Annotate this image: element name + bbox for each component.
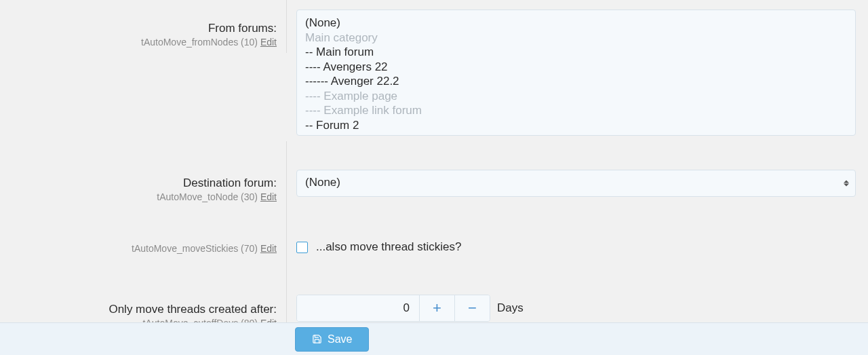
perm-key-from-forums: tAutoMove_fromNodes (10) <box>141 37 260 48</box>
form-body: From forums: tAutoMove_fromNodes (10) Ed… <box>0 0 868 322</box>
from-forums-option-6: ---- Example link forum <box>305 103 847 118</box>
destination-select-wrap: (None) <box>296 170 856 197</box>
sublabel-from-forums: tAutoMove_fromNodes (10) Edit <box>0 37 277 48</box>
from-forums-listbox[interactable]: (None)Main category-- Main forum---- Ave… <box>296 10 856 136</box>
label-from-forums: From forums: <box>0 22 277 35</box>
sublabel-destination: tAutoMove_toNode (30) Edit <box>0 191 277 202</box>
cutoff-days-stepper: + − <box>296 295 490 322</box>
edit-link-destination[interactable]: Edit <box>260 191 277 202</box>
cutoff-increment-button[interactable]: + <box>419 295 454 321</box>
label-destination-forum: Destination forum: <box>0 176 277 190</box>
content-from-forums: (None)Main category-- Main forum---- Ave… <box>287 0 868 141</box>
destination-forum-select[interactable]: (None) <box>296 170 856 197</box>
row-cutoff-days: Only move threads created after: tAutoMo… <box>0 259 868 322</box>
edit-link-from-forums[interactable]: Edit <box>260 37 277 48</box>
sublabel-cutoff: tAutoMove_cutoffDays (80) Edit <box>0 318 277 322</box>
edit-link-stickies[interactable]: Edit <box>260 243 277 254</box>
label-col-from-forums: From forums: tAutoMove_fromNodes (10) Ed… <box>0 0 287 53</box>
from-forums-option-3[interactable]: ---- Avengers 22 <box>305 60 847 75</box>
perm-key-destination: tAutoMove_toNode (30) <box>157 191 260 202</box>
label-col-cutoff: Only move threads created after: tAutoMo… <box>0 259 287 322</box>
label-col-stickies: tAutoMove_moveStickies (70) Edit <box>0 208 287 259</box>
move-stickies-checkbox[interactable] <box>296 242 308 253</box>
perm-key-cutoff: tAutoMove_cutoffDays (80) <box>143 318 260 322</box>
save-button[interactable]: Save <box>295 327 369 352</box>
cutoff-stepper-row: + − Days <box>296 295 856 322</box>
cutoff-days-input[interactable] <box>297 295 419 321</box>
content-cutoff: + − Days Set to 0 to disable automatical… <box>287 259 868 322</box>
from-forums-option-0[interactable]: (None) <box>305 16 847 31</box>
row-from-forums: From forums: tAutoMove_fromNodes (10) Ed… <box>0 0 868 141</box>
from-forums-option-1: Main category <box>305 31 847 45</box>
content-stickies: ...also move thread stickies? <box>287 208 868 259</box>
label-cutoff-days: Only move threads created after: <box>0 303 277 316</box>
edit-link-cutoff[interactable]: Edit <box>260 318 277 322</box>
content-destination: (None) <box>287 141 868 202</box>
automove-settings-form: From forums: tAutoMove_fromNodes (10) Ed… <box>0 0 868 355</box>
save-icon <box>312 334 322 344</box>
row-destination-forum: Destination forum: tAutoMove_toNode (30)… <box>0 141 868 208</box>
cutoff-decrement-button[interactable]: − <box>454 295 490 321</box>
label-col-destination: Destination forum: tAutoMove_toNode (30)… <box>0 141 287 208</box>
row-move-stickies: tAutoMove_moveStickies (70) Edit ...also… <box>0 208 868 259</box>
from-forums-option-5: ---- Example page <box>305 89 847 104</box>
form-footer: Save <box>0 322 868 355</box>
from-forums-option-7[interactable]: -- Forum 2 <box>305 118 847 133</box>
from-forums-option-2[interactable]: -- Main forum <box>305 45 847 60</box>
cutoff-unit-label: Days <box>497 301 524 315</box>
from-forums-option-4[interactable]: ------ Avenger 22.2 <box>305 74 847 89</box>
move-stickies-label[interactable]: ...also move thread stickies? <box>316 240 461 254</box>
perm-key-stickies: tAutoMove_moveStickies (70) <box>132 243 260 254</box>
save-button-label: Save <box>328 333 352 345</box>
sublabel-stickies: tAutoMove_moveStickies (70) Edit <box>0 243 277 254</box>
